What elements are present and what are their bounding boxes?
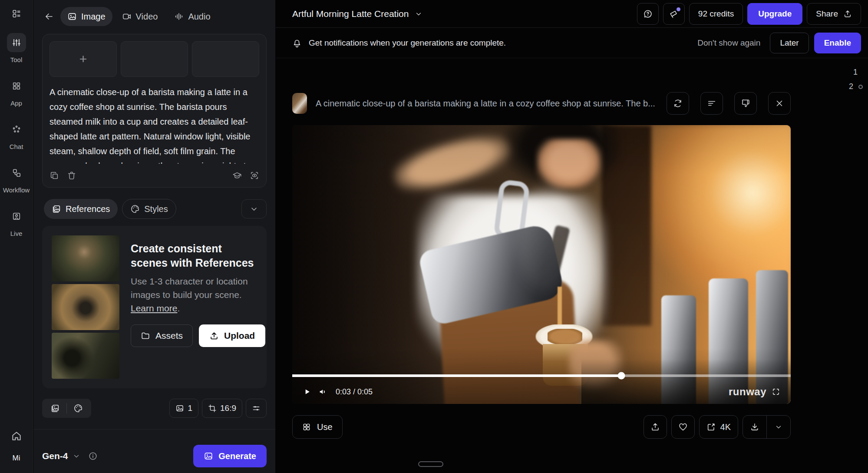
- thumbs-down-button[interactable]: [734, 92, 757, 115]
- download-options-button[interactable]: [767, 416, 790, 438]
- prompt-input[interactable]: A cinematic close-up of a barista making…: [50, 85, 259, 164]
- export-button[interactable]: [644, 415, 667, 439]
- learn-more-link[interactable]: Learn more: [131, 303, 177, 313]
- credits-button[interactable]: 92 credits: [689, 3, 743, 25]
- plus-icon: +: [79, 52, 87, 66]
- download-button[interactable]: [743, 416, 766, 438]
- text-lines-icon: [707, 99, 716, 108]
- graduation-cap-icon[interactable]: [232, 171, 242, 180]
- video-progress-knob[interactable]: [617, 372, 625, 380]
- close-icon: [775, 99, 784, 108]
- upgrade-button[interactable]: Upgrade: [747, 3, 802, 25]
- later-button[interactable]: Later: [770, 33, 809, 53]
- resize-drag-handle[interactable]: [418, 461, 443, 467]
- upload-button[interactable]: Upload: [199, 324, 265, 347]
- video-controls: 0:03 / 0:05 runway: [292, 380, 791, 404]
- back-arrow-icon[interactable]: [44, 11, 54, 22]
- tab-image[interactable]: Image: [60, 7, 112, 26]
- trash-icon[interactable]: [67, 171, 76, 180]
- runway-watermark: runway: [729, 386, 766, 398]
- upscale-4k-button[interactable]: 4K: [699, 415, 738, 439]
- button-label: Later: [780, 38, 799, 48]
- copy-icon[interactable]: [50, 171, 59, 180]
- settings-button[interactable]: [246, 399, 267, 418]
- aspect-ratio-value: 16:9: [220, 404, 236, 413]
- generation-history-list: 1 2: [849, 68, 863, 91]
- video-player[interactable]: 0:03 / 0:05 runway: [292, 125, 791, 404]
- upload-slot-add[interactable]: +: [50, 41, 117, 77]
- reference-example-images: [52, 235, 119, 379]
- palette-icon: [73, 404, 83, 413]
- generation-thumbnail[interactable]: [292, 93, 307, 114]
- nodes-icon: [7, 163, 26, 182]
- main-area: Artful Morning Latte Creation 92 credits…: [276, 0, 868, 473]
- favorite-button[interactable]: [671, 415, 695, 439]
- references-mode-button[interactable]: [44, 400, 66, 416]
- refresh-icon: [673, 99, 683, 108]
- prompt-details-button[interactable]: [700, 92, 723, 115]
- generation-prompt-preview[interactable]: A cinematic close-up of a barista making…: [316, 99, 655, 109]
- palette-icon: [130, 204, 140, 214]
- dont-show-again-link[interactable]: Don't show again: [697, 38, 760, 48]
- video-progress-bar[interactable]: [292, 374, 791, 377]
- upload-icon: [209, 331, 219, 341]
- download-split-button: [743, 415, 791, 439]
- sidebar-item-live[interactable]: Live: [7, 207, 26, 237]
- history-index: 2: [849, 82, 853, 91]
- tab-label: Audio: [188, 12, 210, 22]
- reference-upload-slots: +: [50, 41, 259, 77]
- tab-video[interactable]: Video: [115, 7, 165, 26]
- regenerate-button[interactable]: [667, 92, 689, 115]
- volume-icon[interactable]: [318, 387, 328, 397]
- bell-icon: [292, 38, 302, 48]
- upload-slot-empty[interactable]: [192, 41, 259, 77]
- tab-references[interactable]: References: [44, 199, 118, 219]
- sidebar-item-workflow[interactable]: Workflow: [3, 163, 30, 194]
- panels-icon[interactable]: [12, 9, 21, 18]
- image-icon: [175, 404, 184, 413]
- avatar[interactable]: Mi: [13, 454, 20, 463]
- announcements-button[interactable]: [663, 3, 685, 25]
- left-rail: Tool App Chat Workflow Live: [0, 0, 33, 473]
- crop-icon: [208, 404, 217, 413]
- collapse-section-button[interactable]: [241, 199, 267, 218]
- button-label: Upload: [224, 331, 255, 341]
- app-window: Tool App Chat Workflow Live: [0, 0, 868, 473]
- home-icon[interactable]: [11, 430, 22, 442]
- enable-button[interactable]: Enable: [814, 33, 861, 53]
- export-icon: [650, 422, 660, 432]
- tab-styles[interactable]: Styles: [122, 199, 176, 219]
- fullscreen-icon[interactable]: [772, 387, 780, 396]
- aspect-ratio-selector[interactable]: 16:9: [202, 399, 242, 418]
- sidebar-item-app[interactable]: App: [7, 76, 26, 107]
- mode-toggle: [42, 399, 91, 418]
- model-selector[interactable]: Gen-4: [42, 451, 80, 461]
- close-generation-button[interactable]: [768, 92, 791, 115]
- history-item-1[interactable]: 1: [853, 68, 863, 77]
- sidebar-item-label: Chat: [10, 143, 23, 150]
- sidebar-item-tool[interactable]: Tool: [7, 33, 26, 63]
- credits-count: 92 credits: [698, 9, 734, 19]
- sidebar-item-chat[interactable]: Chat: [7, 120, 26, 150]
- generate-button[interactable]: Generate: [193, 445, 267, 467]
- image-count-selector[interactable]: 1: [169, 399, 198, 418]
- scan-eye-icon[interactable]: [250, 171, 259, 180]
- period: .: [177, 303, 180, 313]
- card-body: Use 1-3 character or location images to …: [131, 275, 265, 315]
- notification-message: Get notifications when your generations …: [309, 38, 506, 48]
- help-button[interactable]: [637, 3, 659, 25]
- tab-audio[interactable]: Audio: [167, 7, 217, 26]
- tab-label: References: [66, 204, 110, 214]
- prompt-card: + A cinematic close-up of a barista maki…: [42, 34, 267, 188]
- use-button[interactable]: Use: [292, 415, 343, 439]
- info-icon[interactable]: [88, 451, 98, 461]
- share-button[interactable]: Share: [807, 3, 861, 25]
- reference-image: [52, 333, 119, 379]
- model-name: Gen-4: [42, 451, 68, 461]
- upload-slot-empty[interactable]: [121, 41, 188, 77]
- history-item-2[interactable]: 2: [849, 82, 863, 91]
- assets-button[interactable]: Assets: [131, 324, 193, 347]
- styles-mode-button[interactable]: [67, 400, 89, 416]
- play-icon[interactable]: [303, 387, 311, 396]
- session-title-dropdown[interactable]: Artful Morning Latte Creation: [292, 9, 422, 19]
